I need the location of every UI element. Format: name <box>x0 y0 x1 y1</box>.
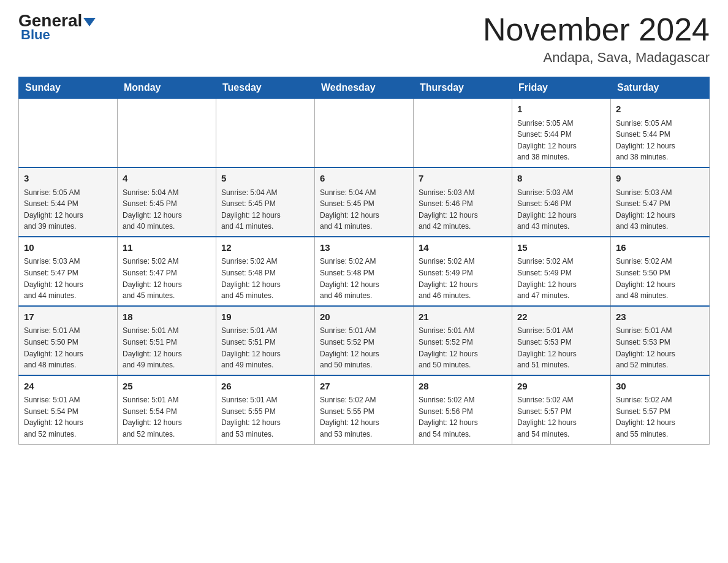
table-row: 26Sunrise: 5:01 AMSunset: 5:55 PMDayligh… <box>216 375 315 444</box>
day-number: 12 <box>221 241 309 255</box>
day-info: Sunrise: 5:03 AMSunset: 5:47 PMDaylight:… <box>24 256 112 301</box>
day-info: Sunrise: 5:01 AMSunset: 5:54 PMDaylight:… <box>24 394 112 440</box>
title-area: November 2024 Andapa, Sava, Madagascar <box>483 12 710 66</box>
day-info: Sunrise: 5:01 AMSunset: 5:55 PMDaylight:… <box>221 394 309 440</box>
day-info: Sunrise: 5:03 AMSunset: 5:46 PMDaylight:… <box>517 187 605 232</box>
table-row: 4Sunrise: 5:04 AMSunset: 5:45 PMDaylight… <box>118 167 216 237</box>
day-info: Sunrise: 5:01 AMSunset: 5:53 PMDaylight:… <box>517 325 605 370</box>
day-info: Sunrise: 5:05 AMSunset: 5:44 PMDaylight:… <box>24 187 112 232</box>
table-row <box>216 99 315 167</box>
day-info: Sunrise: 5:01 AMSunset: 5:50 PMDaylight:… <box>24 325 112 370</box>
day-number: 16 <box>616 241 704 255</box>
table-row: 18Sunrise: 5:01 AMSunset: 5:51 PMDayligh… <box>118 306 216 375</box>
col-wednesday: Wednesday <box>315 77 414 99</box>
table-row: 24Sunrise: 5:01 AMSunset: 5:54 PMDayligh… <box>19 375 118 444</box>
col-thursday: Thursday <box>414 77 512 99</box>
table-row: 8Sunrise: 5:03 AMSunset: 5:46 PMDaylight… <box>512 167 611 237</box>
table-row: 22Sunrise: 5:01 AMSunset: 5:53 PMDayligh… <box>512 306 611 375</box>
col-sunday: Sunday <box>19 77 118 99</box>
day-info: Sunrise: 5:01 AMSunset: 5:53 PMDaylight:… <box>616 325 704 370</box>
day-number: 10 <box>24 241 112 255</box>
day-number: 30 <box>616 380 704 394</box>
table-row: 29Sunrise: 5:02 AMSunset: 5:57 PMDayligh… <box>512 375 611 444</box>
table-row: 11Sunrise: 5:02 AMSunset: 5:47 PMDayligh… <box>118 237 216 306</box>
day-info: Sunrise: 5:01 AMSunset: 5:51 PMDaylight:… <box>221 325 309 370</box>
day-info: Sunrise: 5:03 AMSunset: 5:46 PMDaylight:… <box>419 187 507 232</box>
calendar-table: Sunday Monday Tuesday Wednesday Thursday… <box>18 77 710 444</box>
day-info: Sunrise: 5:04 AMSunset: 5:45 PMDaylight:… <box>123 187 211 232</box>
table-row: 17Sunrise: 5:01 AMSunset: 5:50 PMDayligh… <box>19 306 118 375</box>
day-info: Sunrise: 5:02 AMSunset: 5:48 PMDaylight:… <box>320 256 408 301</box>
day-number: 20 <box>320 310 408 324</box>
day-info: Sunrise: 5:01 AMSunset: 5:51 PMDaylight:… <box>123 325 211 370</box>
col-tuesday: Tuesday <box>216 77 315 99</box>
header: General Blue November 2024 Andapa, Sava,… <box>18 12 710 66</box>
day-info: Sunrise: 5:01 AMSunset: 5:54 PMDaylight:… <box>123 394 211 440</box>
day-info: Sunrise: 5:02 AMSunset: 5:57 PMDaylight:… <box>517 394 605 440</box>
day-info: Sunrise: 5:02 AMSunset: 5:56 PMDaylight:… <box>419 394 507 440</box>
day-number: 9 <box>616 172 704 186</box>
day-number: 6 <box>320 172 408 186</box>
day-number: 4 <box>123 172 211 186</box>
col-monday: Monday <box>118 77 216 99</box>
calendar-week-row: 1Sunrise: 5:05 AMSunset: 5:44 PMDaylight… <box>19 99 710 167</box>
calendar-week-row: 17Sunrise: 5:01 AMSunset: 5:50 PMDayligh… <box>19 306 710 375</box>
calendar-header-row: Sunday Monday Tuesday Wednesday Thursday… <box>19 77 710 99</box>
table-row: 3Sunrise: 5:05 AMSunset: 5:44 PMDaylight… <box>19 167 118 237</box>
calendar-week-row: 10Sunrise: 5:03 AMSunset: 5:47 PMDayligh… <box>19 237 710 306</box>
day-number: 27 <box>320 380 408 394</box>
day-info: Sunrise: 5:04 AMSunset: 5:45 PMDaylight:… <box>221 187 309 232</box>
table-row: 1Sunrise: 5:05 AMSunset: 5:44 PMDaylight… <box>512 99 611 167</box>
day-info: Sunrise: 5:04 AMSunset: 5:45 PMDaylight:… <box>320 187 408 232</box>
logo: General Blue <box>18 12 96 43</box>
day-info: Sunrise: 5:02 AMSunset: 5:55 PMDaylight:… <box>320 394 408 440</box>
day-number: 24 <box>24 380 112 394</box>
day-info: Sunrise: 5:03 AMSunset: 5:47 PMDaylight:… <box>616 187 704 232</box>
day-number: 22 <box>517 310 605 324</box>
table-row: 27Sunrise: 5:02 AMSunset: 5:55 PMDayligh… <box>315 375 414 444</box>
table-row <box>414 99 512 167</box>
day-number: 25 <box>123 380 211 394</box>
day-info: Sunrise: 5:02 AMSunset: 5:49 PMDaylight:… <box>517 256 605 301</box>
day-info: Sunrise: 5:02 AMSunset: 5:57 PMDaylight:… <box>616 394 704 440</box>
table-row <box>118 99 216 167</box>
logo-triangle-icon <box>83 18 96 26</box>
day-number: 18 <box>123 310 211 324</box>
table-row: 30Sunrise: 5:02 AMSunset: 5:57 PMDayligh… <box>611 375 710 444</box>
day-number: 21 <box>419 310 507 324</box>
day-info: Sunrise: 5:05 AMSunset: 5:44 PMDaylight:… <box>517 118 605 163</box>
calendar-week-row: 24Sunrise: 5:01 AMSunset: 5:54 PMDayligh… <box>19 375 710 444</box>
calendar-week-row: 3Sunrise: 5:05 AMSunset: 5:44 PMDaylight… <box>19 167 710 237</box>
day-number: 1 <box>517 102 605 117</box>
day-info: Sunrise: 5:01 AMSunset: 5:52 PMDaylight:… <box>419 325 507 370</box>
day-number: 17 <box>24 310 112 324</box>
logo-blue-text: Blue <box>21 27 50 43</box>
table-row: 20Sunrise: 5:01 AMSunset: 5:52 PMDayligh… <box>315 306 414 375</box>
col-friday: Friday <box>512 77 611 99</box>
table-row: 21Sunrise: 5:01 AMSunset: 5:52 PMDayligh… <box>414 306 512 375</box>
table-row <box>315 99 414 167</box>
table-row: 19Sunrise: 5:01 AMSunset: 5:51 PMDayligh… <box>216 306 315 375</box>
day-number: 2 <box>616 102 704 117</box>
day-info: Sunrise: 5:02 AMSunset: 5:49 PMDaylight:… <box>419 256 507 301</box>
day-number: 7 <box>419 172 507 186</box>
table-row: 23Sunrise: 5:01 AMSunset: 5:53 PMDayligh… <box>611 306 710 375</box>
table-row: 14Sunrise: 5:02 AMSunset: 5:49 PMDayligh… <box>414 237 512 306</box>
table-row: 10Sunrise: 5:03 AMSunset: 5:47 PMDayligh… <box>19 237 118 306</box>
table-row: 13Sunrise: 5:02 AMSunset: 5:48 PMDayligh… <box>315 237 414 306</box>
table-row <box>19 99 118 167</box>
table-row: 6Sunrise: 5:04 AMSunset: 5:45 PMDaylight… <box>315 167 414 237</box>
day-info: Sunrise: 5:05 AMSunset: 5:44 PMDaylight:… <box>616 118 704 163</box>
day-number: 19 <box>221 310 309 324</box>
table-row: 16Sunrise: 5:02 AMSunset: 5:50 PMDayligh… <box>611 237 710 306</box>
calendar-title: November 2024 <box>483 12 710 47</box>
day-number: 29 <box>517 380 605 394</box>
table-row: 2Sunrise: 5:05 AMSunset: 5:44 PMDaylight… <box>611 99 710 167</box>
table-row: 5Sunrise: 5:04 AMSunset: 5:45 PMDaylight… <box>216 167 315 237</box>
day-number: 8 <box>517 172 605 186</box>
table-row: 25Sunrise: 5:01 AMSunset: 5:54 PMDayligh… <box>118 375 216 444</box>
day-number: 28 <box>419 380 507 394</box>
day-info: Sunrise: 5:01 AMSunset: 5:52 PMDaylight:… <box>320 325 408 370</box>
day-number: 3 <box>24 172 112 186</box>
table-row: 9Sunrise: 5:03 AMSunset: 5:47 PMDaylight… <box>611 167 710 237</box>
